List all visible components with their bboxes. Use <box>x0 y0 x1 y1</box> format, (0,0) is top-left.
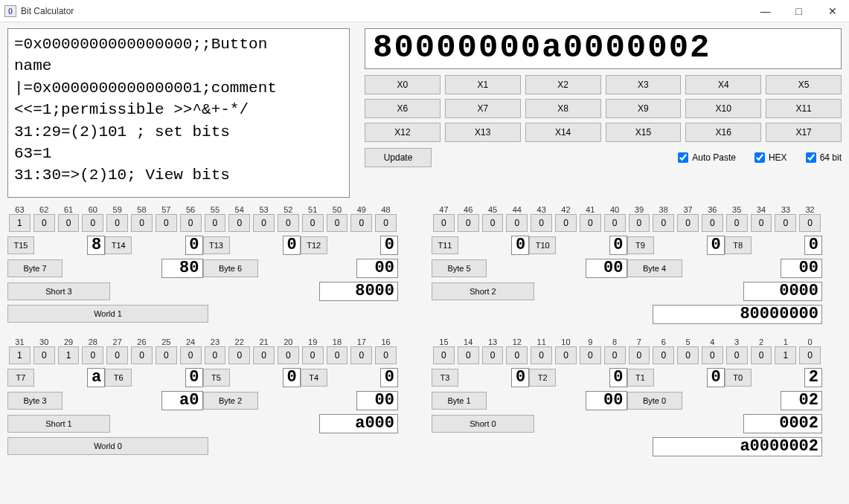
bit-toggle-35[interactable]: 0 <box>726 214 748 232</box>
x-button-x6[interactable]: X6 <box>365 99 440 118</box>
bit-toggle-63[interactable]: 1 <box>9 214 31 232</box>
bit-toggle-1[interactable]: 1 <box>775 346 796 364</box>
byte-button[interactable]: Byte 1 <box>432 392 487 410</box>
nibble-value[interactable]: 0 <box>804 236 822 255</box>
world-value[interactable]: a0000002 <box>653 437 822 456</box>
bit-toggle-31[interactable]: 1 <box>9 346 31 364</box>
nibble-value[interactable]: 0 <box>185 236 203 255</box>
byte-value[interactable]: 80 <box>161 259 203 278</box>
short-button[interactable]: Short 2 <box>432 282 534 300</box>
nibble-button-t8[interactable]: T8 <box>725 236 752 254</box>
x-button-x15[interactable]: X15 <box>606 123 682 142</box>
bit-toggle-10[interactable]: 0 <box>555 346 577 364</box>
short-button[interactable]: Short 0 <box>432 415 534 433</box>
nibble-value[interactable]: 0 <box>185 368 203 387</box>
bit-toggle-24[interactable]: 0 <box>180 346 202 364</box>
bit-toggle-45[interactable]: 0 <box>482 214 504 232</box>
minimize-button[interactable]: — <box>749 0 782 22</box>
bit-toggle-22[interactable]: 0 <box>228 346 250 364</box>
nibble-button-t4[interactable]: T4 <box>301 369 327 387</box>
x-button-x5[interactable]: X5 <box>766 75 842 94</box>
bit-toggle-26[interactable]: 0 <box>131 346 153 364</box>
x-button-x13[interactable]: X13 <box>445 123 521 142</box>
bit-toggle-51[interactable]: 0 <box>302 214 324 232</box>
bit-toggle-19[interactable]: 0 <box>302 346 324 364</box>
bit-toggle-32[interactable]: 0 <box>799 214 821 232</box>
bit-toggle-0[interactable]: 0 <box>799 346 821 364</box>
x-button-x11[interactable]: X11 <box>766 99 842 118</box>
byte-value[interactable]: 00 <box>781 259 822 278</box>
bit-toggle-12[interactable]: 0 <box>506 346 528 364</box>
byte-value[interactable]: 00 <box>356 259 398 278</box>
bit-toggle-38[interactable]: 0 <box>653 214 674 232</box>
nibble-value[interactable]: 2 <box>804 368 822 387</box>
hex-input[interactable] <box>755 152 765 163</box>
close-button[interactable]: ✕ <box>816 0 849 22</box>
x-button-x4[interactable]: X4 <box>685 75 761 94</box>
bit-toggle-57[interactable]: 0 <box>156 214 177 232</box>
bit-toggle-53[interactable]: 0 <box>253 214 275 232</box>
x-button-x14[interactable]: X14 <box>525 123 601 142</box>
nibble-button-t14[interactable]: T14 <box>105 236 132 254</box>
x-button-x17[interactable]: X17 <box>766 123 842 142</box>
bit-toggle-58[interactable]: 0 <box>131 214 153 232</box>
nibble-value[interactable]: 0 <box>380 236 398 255</box>
bit-toggle-9[interactable]: 0 <box>580 346 601 364</box>
bit64-checkbox[interactable]: 64 bit <box>806 152 842 163</box>
nibble-button-t6[interactable]: T6 <box>105 369 132 387</box>
bit-toggle-6[interactable]: 0 <box>653 346 674 364</box>
byte-value[interactable]: 00 <box>356 391 398 410</box>
nibble-value[interactable]: 0 <box>609 236 627 255</box>
nibble-value[interactable]: 0 <box>380 368 398 387</box>
bit-toggle-11[interactable]: 0 <box>531 346 552 364</box>
world-button[interactable]: World 1 <box>7 305 208 323</box>
byte-button[interactable]: Byte 6 <box>203 259 258 277</box>
nibble-value[interactable]: 0 <box>283 236 301 255</box>
bit-toggle-25[interactable]: 0 <box>156 346 177 364</box>
bit-toggle-62[interactable]: 0 <box>33 214 55 232</box>
bit-toggle-29[interactable]: 1 <box>58 346 80 364</box>
bit-toggle-2[interactable]: 0 <box>751 346 772 364</box>
nibble-button-t0[interactable]: T0 <box>725 369 752 387</box>
bit-toggle-55[interactable]: 0 <box>205 214 226 232</box>
byte-value[interactable]: a0 <box>161 391 203 410</box>
bit-toggle-44[interactable]: 0 <box>506 214 528 232</box>
update-button[interactable]: Update <box>365 148 432 167</box>
x-button-x8[interactable]: X8 <box>525 99 601 118</box>
bit-toggle-39[interactable]: 0 <box>629 214 650 232</box>
x-button-x12[interactable]: X12 <box>365 123 440 142</box>
x-button-x1[interactable]: X1 <box>445 75 521 94</box>
auto-paste-checkbox[interactable]: Auto Paste <box>678 152 736 163</box>
world-value[interactable]: 80000000 <box>653 305 822 324</box>
bit-toggle-52[interactable]: 0 <box>278 214 299 232</box>
bit-toggle-18[interactable]: 0 <box>327 346 348 364</box>
nibble-button-t2[interactable]: T2 <box>529 369 556 387</box>
bit-toggle-13[interactable]: 0 <box>482 346 504 364</box>
bit-toggle-23[interactable]: 0 <box>205 346 226 364</box>
bit-toggle-28[interactable]: 0 <box>82 346 103 364</box>
bit-toggle-30[interactable]: 0 <box>33 346 55 364</box>
bit-toggle-21[interactable]: 0 <box>253 346 275 364</box>
bit-toggle-20[interactable]: 0 <box>278 346 299 364</box>
hex-checkbox[interactable]: HEX <box>755 152 787 163</box>
bit-toggle-48[interactable]: 0 <box>375 214 397 232</box>
nibble-button-t15[interactable]: T15 <box>7 236 34 254</box>
x-button-x0[interactable]: X0 <box>365 75 440 94</box>
nibble-value[interactable]: 0 <box>609 368 627 387</box>
bit-toggle-14[interactable]: 0 <box>458 346 479 364</box>
bit-toggle-46[interactable]: 0 <box>458 214 479 232</box>
byte-value[interactable]: 02 <box>781 391 822 410</box>
short-button[interactable]: Short 1 <box>7 415 110 433</box>
bit-toggle-37[interactable]: 0 <box>677 214 699 232</box>
nibble-value[interactable]: 0 <box>511 236 529 255</box>
nibble-button-t12[interactable]: T12 <box>301 236 327 254</box>
script-editor[interactable]: =0x0000000000000000;;Button name |=0x000… <box>7 28 350 198</box>
bit-toggle-40[interactable]: 0 <box>604 214 626 232</box>
bit-toggle-27[interactable]: 0 <box>106 346 128 364</box>
bit-toggle-47[interactable]: 0 <box>433 214 455 232</box>
bit-toggle-4[interactable]: 0 <box>702 346 723 364</box>
bit-toggle-5[interactable]: 0 <box>677 346 699 364</box>
x-button-x16[interactable]: X16 <box>685 123 761 142</box>
nibble-value[interactable]: 0 <box>707 368 725 387</box>
bit-toggle-36[interactable]: 0 <box>702 214 723 232</box>
